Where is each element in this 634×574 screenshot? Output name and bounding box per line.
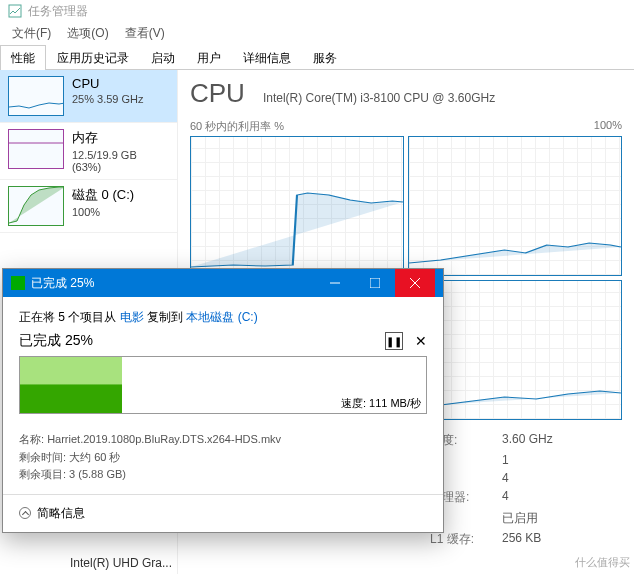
stat-virt: 已启用	[502, 510, 622, 527]
menubar: 文件(F) 选项(O) 查看(V)	[0, 22, 634, 44]
cpu-thumb-chart	[8, 76, 64, 116]
copy-title: 已完成 25%	[31, 275, 94, 292]
stat-l1: 256 KB	[502, 531, 622, 548]
pause-button[interactable]: ❚❚	[385, 332, 403, 350]
menu-view[interactable]: 查看(V)	[117, 23, 173, 44]
watermark: 什么值得买	[575, 555, 630, 570]
cancel-button[interactable]: ✕	[415, 333, 427, 349]
menu-file[interactable]: 文件(F)	[4, 23, 59, 44]
minimize-icon	[330, 278, 340, 288]
app-icon	[8, 4, 22, 18]
copy-details: 名称: Harriet.2019.1080p.BluRay.DTS.x264-H…	[19, 431, 427, 484]
stat-l1-label: L1 缓存:	[430, 531, 490, 548]
tab-users[interactable]: 用户	[186, 45, 232, 70]
mem-thumb-chart	[8, 129, 64, 169]
pause-icon: ❚❚	[386, 336, 402, 347]
copy-prefix: 正在将 5 个项目从	[19, 310, 120, 324]
sidebar-disk-sub: 100%	[72, 206, 134, 218]
sidebar-cpu-sub: 25% 3.59 GHz	[72, 93, 144, 105]
tab-app-history[interactable]: 应用历史记录	[46, 45, 140, 70]
stat-lproc: 4	[502, 489, 622, 506]
detail-name-label: 名称:	[19, 433, 44, 445]
tab-performance[interactable]: 性能	[0, 45, 46, 70]
svg-rect-0	[9, 5, 21, 17]
minimize-button[interactable]	[315, 269, 355, 297]
main-heading-row: CPU Intel(R) Core(TM) i3-8100 CPU @ 3.60…	[190, 78, 622, 109]
detail-remain-items: 剩余项目: 3 (5.88 GB)	[19, 466, 427, 484]
stat-sockets: 1	[502, 453, 622, 467]
copy-progress-icon	[11, 276, 25, 290]
disk-thumb-chart	[8, 186, 64, 226]
copy-mid: 复制到	[144, 310, 187, 324]
copy-speed-label: 速度: 111 MB/秒	[19, 396, 427, 411]
cpu-stats: 速度: 3.60 GHz 1 4 处理器: 4 已启用 L1 缓存: 256 K…	[430, 432, 622, 548]
copy-source-link[interactable]: 电影	[120, 310, 144, 324]
stat-cores: 4	[502, 471, 622, 485]
copy-controls: ❚❚ ✕	[385, 332, 427, 350]
cpu-chart-0[interactable]	[190, 136, 404, 276]
copy-status: 已完成 25%	[19, 332, 93, 350]
stat-speed: 3.60 GHz	[502, 432, 622, 449]
close-button[interactable]	[395, 269, 435, 297]
detail-name-value: Harriet.2019.1080p.BluRay.DTS.x264-HDS.m…	[47, 433, 281, 445]
sidebar-mem-label: 内存	[72, 129, 169, 147]
detail-remain-time: 剩余时间: 大约 60 秒	[19, 449, 427, 467]
sidebar-disk-label: 磁盘 0 (C:)	[72, 186, 134, 204]
svg-rect-2	[370, 278, 380, 288]
tab-services[interactable]: 服务	[302, 45, 348, 70]
chart-label-row: 60 秒内的利用率 % 100%	[190, 119, 622, 134]
cpu-chart-1[interactable]	[408, 136, 622, 276]
util-label-left: 60 秒内的利用率 %	[190, 119, 284, 134]
sidebar-item-disk[interactable]: 磁盘 0 (C:) 100%	[0, 180, 177, 233]
copy-dest-link[interactable]: 本地磁盘 (C:)	[186, 310, 257, 324]
sidebar-cpu-label: CPU	[72, 76, 144, 91]
copy-description: 正在将 5 个项目从 电影 复制到 本地磁盘 (C:)	[19, 309, 427, 326]
close-icon	[410, 278, 420, 288]
sidebar-item-cpu[interactable]: CPU 25% 3.59 GHz	[0, 70, 177, 123]
sidebar-mem-sub: 12.5/19.9 GB (63%)	[72, 149, 169, 173]
tab-bar: 性能 应用历史记录 启动 用户 详细信息 服务	[0, 44, 634, 70]
sidebar-item-memory[interactable]: 内存 12.5/19.9 GB (63%)	[0, 123, 177, 180]
file-copy-dialog: 已完成 25% 正在将 5 个项目从 电影 复制到 本地磁盘 (C:) 已完成 …	[2, 268, 444, 533]
sidebar-cpu-text: CPU 25% 3.59 GHz	[72, 76, 144, 116]
copy-body: 正在将 5 个项目从 电影 复制到 本地磁盘 (C:) 已完成 25% ❚❚ ✕…	[3, 297, 443, 494]
menu-options[interactable]: 选项(O)	[59, 23, 116, 44]
copy-footer[interactable]: 简略信息	[3, 494, 443, 532]
maximize-icon	[370, 278, 380, 288]
sidebar-disk-text: 磁盘 0 (C:) 100%	[72, 186, 134, 226]
chevron-up-icon	[19, 507, 31, 519]
window-title: 任务管理器	[28, 3, 88, 20]
cpu-charts-row1	[190, 136, 622, 276]
copy-titlebar[interactable]: 已完成 25%	[3, 269, 443, 297]
main-heading: CPU	[190, 78, 245, 109]
sidebar-item-gpu[interactable]: Intel(R) UHD Gra...	[70, 556, 172, 570]
tab-startup[interactable]: 启动	[140, 45, 186, 70]
sidebar-mem-text: 内存 12.5/19.9 GB (63%)	[72, 129, 169, 173]
tab-details[interactable]: 详细信息	[232, 45, 302, 70]
footer-toggle-label: 简略信息	[37, 505, 85, 522]
cpu-model: Intel(R) Core(TM) i3-8100 CPU @ 3.60GHz	[263, 91, 495, 105]
maximize-button[interactable]	[355, 269, 395, 297]
titlebar[interactable]: 任务管理器	[0, 0, 634, 22]
util-label-right: 100%	[594, 119, 622, 134]
copy-status-row: 已完成 25% ❚❚ ✕	[19, 332, 427, 350]
